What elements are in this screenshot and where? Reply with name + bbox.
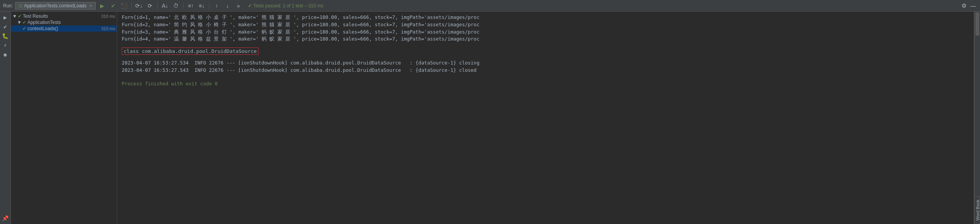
- right-scrollbar[interactable]: [974, 12, 980, 196]
- druid-class-highlight: class com.alibaba.druid.pool.DruidDataSo…: [122, 48, 259, 55]
- run-tab[interactable]: ◎ ApplicationTests.contextLoads ×: [15, 2, 95, 10]
- sidebar-icons: ▶ ✔ 🐛 ⚡ ◉ 📌: [0, 12, 11, 224]
- separator-1: [131, 2, 132, 9]
- separator-3: [183, 2, 184, 9]
- tab-check-icon: ◎: [19, 3, 22, 8]
- scroll-thumb[interactable]: [975, 12, 979, 36]
- root-time: 310 ms: [101, 14, 115, 19]
- check-icon: ✔: [248, 3, 253, 8]
- furn-line-2: Furn{id=2, name=' 简 约 风 格 小 椅 子 ', maker…: [122, 21, 969, 29]
- empty-line-1: [122, 43, 969, 46]
- word-book-tab[interactable]: Word Book: [974, 196, 980, 224]
- item-time: 310 ms: [101, 26, 115, 31]
- minimize-button[interactable]: —: [970, 2, 977, 10]
- expand-button[interactable]: ≡↓: [197, 2, 206, 10]
- info-line-2: 2023-04-07 16:53:27.543 INFO 22676 --- […: [122, 67, 969, 74]
- sidebar-icon-run[interactable]: ▶: [1, 13, 10, 22]
- info-line-1: 2023-04-07 16:53:27.534 INFO 22676 --- […: [122, 59, 969, 67]
- tests-passed-label: ✔ Tests passed: 1 of 1 test – 310 ms: [248, 3, 323, 8]
- result-check-icon: ✔: [18, 14, 22, 19]
- tests-passed-text: Tests passed: 1 of 1 test – 310 ms: [253, 3, 323, 8]
- tab-close-button[interactable]: ×: [90, 3, 92, 8]
- output-panel[interactable]: Furn{id=1, name=' 北 欧 风 格 小 桌 子 ', maker…: [117, 12, 974, 224]
- sidebar-icon-cover[interactable]: ◉: [1, 50, 10, 59]
- more-button[interactable]: »: [234, 2, 243, 10]
- right-panel: Word Book: [974, 12, 980, 224]
- main-area: ▶ ✔ 🐛 ⚡ ◉ 📌 ▼ ✔ Test Results 310 ms ▼ ✔ …: [0, 12, 980, 224]
- stop-button[interactable]: ⬛: [120, 2, 128, 10]
- tree-row-results[interactable]: ▼ ✔ Test Results 310 ms: [11, 13, 117, 19]
- tab-title: ApplicationTests.contextLoads: [24, 3, 86, 8]
- sidebar-icon-profile[interactable]: ⚡: [1, 41, 10, 49]
- empty-line-3: [122, 74, 969, 77]
- empty-line-2: [122, 56, 969, 59]
- context-loads-label: contextLoads(): [27, 26, 58, 31]
- furn-line-3: Furn{id=3, name=' 典 雅 风 格 小 台 灯 ', maker…: [122, 29, 969, 36]
- test-results-label: Test Results: [23, 14, 48, 19]
- sort-duration-button[interactable]: ⏱: [172, 2, 180, 10]
- sidebar-icon-check[interactable]: ✔: [1, 22, 10, 31]
- tree-row-apptest[interactable]: ▼ ✔ ApplicationTests: [11, 19, 117, 25]
- rerun-failed-button[interactable]: ⟳↓: [135, 2, 143, 10]
- scroll-up-button[interactable]: ↑: [213, 2, 221, 10]
- tree-row-contextloads[interactable]: ✔ contextLoads() 310 ms: [11, 25, 117, 32]
- app-tests-label: ApplicationTests: [27, 20, 61, 25]
- process-finished-line: Process finished with exit code 0: [122, 80, 969, 88]
- separator-4: [209, 2, 209, 9]
- expand-arrow-group-icon: ▼: [17, 20, 22, 25]
- separator-2: [157, 2, 158, 9]
- check-button[interactable]: ✔: [109, 2, 117, 10]
- item-check-icon: ✔: [22, 26, 26, 31]
- furn-line-1: Furn{id=1, name=' 北 欧 风 格 小 桌 子 ', maker…: [122, 14, 969, 21]
- collapse-button[interactable]: ≡↑: [187, 2, 195, 10]
- sidebar-icon-debug[interactable]: 🐛: [1, 32, 10, 40]
- rerun-all-button[interactable]: ⟳: [146, 2, 154, 10]
- scroll-down-button[interactable]: ↓: [223, 2, 232, 10]
- highlighted-box-wrapper: class com.alibaba.druid.pool.DruidDataSo…: [122, 46, 969, 56]
- sort-alpha-button[interactable]: A↓: [161, 2, 169, 10]
- sidebar-icon-pin[interactable]: 📌: [1, 214, 10, 222]
- top-toolbar: Run: ◎ ApplicationTests.contextLoads × ▶…: [0, 0, 980, 12]
- test-panel: ▼ ✔ Test Results 310 ms ▼ ✔ ApplicationT…: [11, 12, 117, 224]
- expand-arrow-icon: ▼: [12, 14, 17, 19]
- run-label: Run:: [3, 3, 13, 8]
- settings-button[interactable]: ⚙: [961, 2, 967, 10]
- play-button[interactable]: ▶: [98, 2, 107, 10]
- group-check-icon: ✔: [22, 20, 26, 25]
- furn-line-4: Furn{id=4, name=' 温 馨 风 格 盆 景 架 ', maker…: [122, 36, 969, 43]
